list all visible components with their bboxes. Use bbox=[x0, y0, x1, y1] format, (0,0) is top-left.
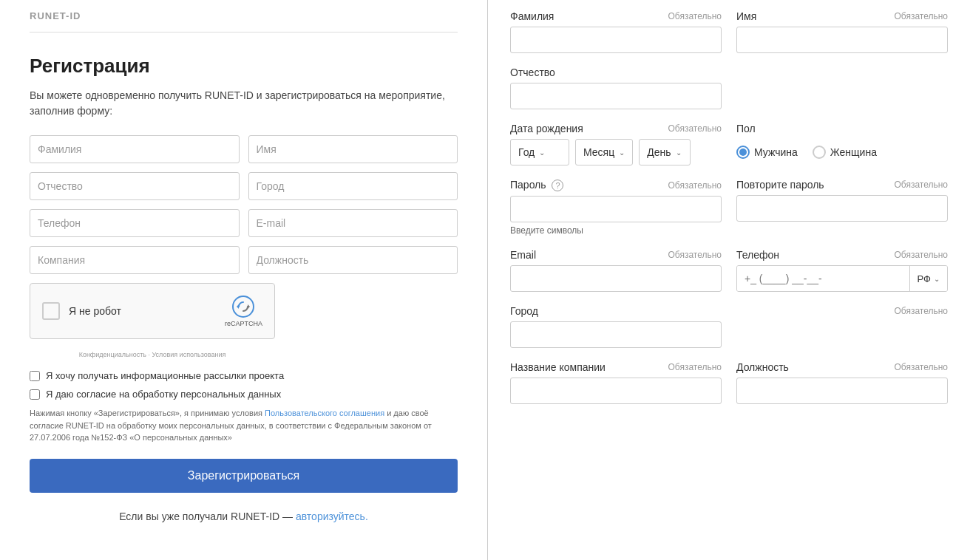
gender-female-label: Женщина bbox=[830, 146, 877, 158]
right-password-label: Пароль ? bbox=[510, 179, 563, 191]
gender-male-radio bbox=[736, 146, 750, 159]
gender-male-option[interactable]: Мужчина bbox=[736, 146, 798, 159]
right-city-required: Обязательно bbox=[894, 306, 948, 316]
left-panel: RUNET-ID Регистрация Вы можете одновреме… bbox=[0, 0, 488, 560]
right-patronymic-input[interactable] bbox=[510, 83, 722, 109]
right-firstname-input[interactable] bbox=[736, 27, 948, 53]
legal-text: Нажимая кнопку «Зарегистрироваться», я п… bbox=[30, 407, 458, 444]
lastname-input[interactable] bbox=[30, 135, 240, 163]
right-patronymic-label: Отчество bbox=[510, 66, 555, 78]
right-lastname-label: Фамилия bbox=[510, 10, 554, 22]
company-position-row bbox=[30, 246, 458, 274]
right-position-input[interactable] bbox=[736, 378, 948, 404]
personal-data-label: Я даю согласие на обработку персональных… bbox=[46, 389, 281, 400]
dob-year-chevron: ⌄ bbox=[539, 148, 545, 157]
recaptcha-box[interactable]: Я не робот reCAPTCHA bbox=[30, 283, 275, 339]
phone-input[interactable] bbox=[30, 209, 240, 237]
right-lastname-field: Фамилия Обязательно bbox=[510, 10, 722, 53]
right-confirm-password-input[interactable] bbox=[736, 195, 948, 222]
phone-country-chevron: ⌄ bbox=[934, 275, 940, 283]
recaptcha-brand: reCAPTCHA bbox=[225, 320, 262, 327]
email-input[interactable] bbox=[248, 209, 458, 237]
right-company-input[interactable] bbox=[510, 378, 722, 404]
right-phone-required: Обязательно bbox=[894, 250, 948, 260]
right-city-row: Город Обязательно bbox=[510, 305, 948, 348]
logo: RUNET-ID bbox=[30, 0, 458, 33]
right-confirm-password-field: Повторите пароль Обязательно bbox=[736, 179, 948, 236]
phone-country-select[interactable]: РФ ⌄ bbox=[909, 266, 947, 291]
right-company-label: Название компании bbox=[510, 361, 606, 373]
right-phone-label: Телефон bbox=[736, 249, 779, 261]
personal-data-checkbox-row: Я даю согласие на обработку персональных… bbox=[30, 389, 458, 400]
right-lastname-required: Обязательно bbox=[668, 11, 722, 21]
newsletter-label: Я хочу получать информационные рассылки … bbox=[46, 370, 284, 381]
right-gender-field: Пол Мужчина Женщина bbox=[736, 123, 948, 165]
patronymic-input[interactable] bbox=[30, 172, 240, 200]
right-email-required: Обязательно bbox=[668, 250, 722, 260]
login-link[interactable]: авторизуйтесь. bbox=[296, 511, 368, 522]
right-lastname-input[interactable] bbox=[510, 27, 722, 53]
right-city-input[interactable] bbox=[510, 321, 722, 348]
right-phone-input[interactable] bbox=[737, 266, 909, 291]
right-city-label: Город bbox=[510, 305, 538, 317]
dob-month-select[interactable]: Месяц ⌄ bbox=[575, 139, 633, 165]
svg-marker-1 bbox=[248, 304, 250, 309]
newsletter-checkbox-row: Я хочу получать информационные рассылки … bbox=[30, 370, 458, 381]
firstname-input[interactable] bbox=[248, 135, 458, 163]
gender-female-radio bbox=[813, 146, 826, 159]
already-text: Если вы уже получали RUNET-ID — авторизу… bbox=[30, 511, 458, 522]
right-position-label: Должность bbox=[736, 361, 789, 373]
dob-year-select[interactable]: Год ⌄ bbox=[510, 139, 569, 165]
register-button[interactable]: Зарегистрироваться bbox=[30, 459, 458, 493]
newsletter-checkbox[interactable] bbox=[30, 371, 40, 381]
name-row bbox=[30, 135, 458, 163]
right-password-field: Пароль ? Обязательно Введите символы bbox=[510, 179, 722, 236]
recaptcha-terms: Конфиденциальность · Условия использован… bbox=[30, 351, 275, 358]
dob-day-select[interactable]: День ⌄ bbox=[639, 139, 691, 165]
right-firstname-field: Имя Обязательно bbox=[736, 10, 948, 53]
dob-day-chevron: ⌄ bbox=[676, 148, 682, 157]
right-email-phone-row: Email Обязательно Телефон Обязательно РФ… bbox=[510, 249, 948, 292]
page-title: Регистрация bbox=[30, 55, 458, 78]
dob-month-chevron: ⌄ bbox=[619, 148, 625, 157]
right-firstname-label: Имя bbox=[736, 10, 756, 22]
password-hint: Введите символы bbox=[510, 225, 722, 236]
right-company-required: Обязательно bbox=[668, 362, 722, 372]
recaptcha-checkbox[interactable] bbox=[42, 302, 60, 320]
right-patronymic-row: Отчество bbox=[510, 66, 948, 109]
right-phone-field: Телефон Обязательно РФ ⌄ bbox=[736, 249, 948, 292]
subtitle: Вы можете одновременно получить RUNET-ID… bbox=[30, 88, 458, 119]
password-tooltip-icon[interactable]: ? bbox=[552, 180, 563, 191]
city-input[interactable] bbox=[248, 172, 458, 200]
recaptcha-icon bbox=[231, 295, 255, 318]
right-dob-field: Дата рождения Обязательно Год ⌄ Месяц ⌄ … bbox=[510, 123, 722, 165]
right-position-required: Обязательно bbox=[894, 362, 948, 372]
right-company-position-row: Название компании Обязательно Должность … bbox=[510, 361, 948, 404]
right-confirm-password-label: Повторите пароль bbox=[736, 179, 824, 191]
gender-female-option[interactable]: Женщина bbox=[813, 146, 877, 159]
right-email-field: Email Обязательно bbox=[510, 249, 722, 292]
gender-options: Мужчина Женщина bbox=[736, 139, 948, 165]
right-email-input[interactable] bbox=[510, 265, 722, 292]
right-company-field: Название компании Обязательно bbox=[510, 361, 722, 404]
right-name-row: Фамилия Обязательно Имя Обязательно bbox=[510, 10, 948, 53]
right-firstname-required: Обязательно bbox=[894, 11, 948, 21]
right-city-field: Город Обязательно bbox=[510, 305, 948, 348]
right-confirm-password-required: Обязательно bbox=[894, 180, 948, 190]
phone-input-row: РФ ⌄ bbox=[736, 265, 948, 292]
recaptcha-label: Я не робот bbox=[69, 305, 216, 317]
patronymic-city-row bbox=[30, 172, 458, 200]
recaptcha-logo: reCAPTCHA bbox=[225, 295, 262, 327]
right-password-input[interactable] bbox=[510, 196, 722, 222]
phone-country-label: РФ bbox=[918, 273, 931, 284]
right-dob-label: Дата рождения bbox=[510, 123, 583, 134]
company-input[interactable] bbox=[30, 246, 240, 274]
right-password-required: Обязательно bbox=[668, 180, 722, 191]
personal-data-checkbox[interactable] bbox=[30, 389, 40, 400]
svg-marker-0 bbox=[237, 304, 239, 309]
position-input[interactable] bbox=[248, 246, 458, 274]
user-agreement-link[interactable]: Пользовательского соглашения bbox=[265, 409, 384, 417]
right-patronymic-field: Отчество bbox=[510, 66, 948, 109]
right-dob-gender-row: Дата рождения Обязательно Год ⌄ Месяц ⌄ … bbox=[510, 123, 948, 165]
gender-male-radio-inner bbox=[739, 148, 747, 156]
